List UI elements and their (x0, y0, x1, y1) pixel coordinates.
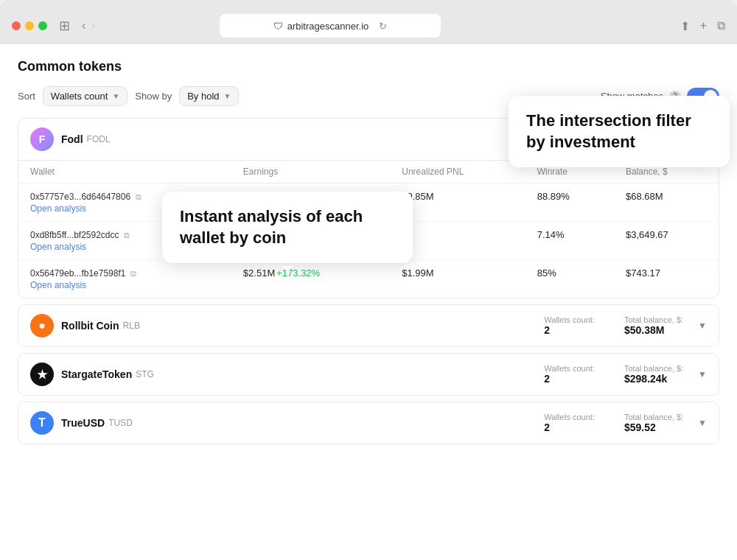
tooltip-intersection-filter: The intersection filter by investment (509, 96, 730, 167)
stargate-balance-value: $298.24k (624, 373, 667, 385)
sort-option-label: Wallets count (51, 91, 108, 102)
new-tab-icon[interactable]: + (700, 19, 707, 33)
rollbit-balance-label: Total balance, $: (624, 315, 683, 324)
rollbit-icon: ● (30, 314, 54, 337)
trueusd-stats: Wallets count: 2 Total balance, $: $59.5… (544, 413, 683, 433)
stargate-wallets-count-label: Wallets count: (544, 364, 595, 373)
rollbit-chevron-down-icon: ▼ (698, 321, 707, 331)
winrate-1: 88.89% (525, 183, 614, 222)
traffic-lights (12, 21, 47, 30)
col-earnings: Earnings (231, 161, 390, 183)
token-header-stargate[interactable]: ★ StargateToken STG Wallets count: 2 Tot… (18, 354, 719, 395)
minimize-button[interactable] (25, 21, 34, 30)
browser-action-icons: ⬆ + ⧉ (680, 19, 725, 33)
stargate-ticker: STG (136, 369, 154, 379)
maximize-button[interactable] (38, 21, 47, 30)
stargate-stats: Wallets count: 2 Total balance, $: $298.… (544, 364, 683, 385)
rollbit-wallets-count-block: Wallets count: 2 (544, 315, 595, 336)
earnings-cell-3: $2.51M +173.32% (243, 267, 378, 279)
stargate-wallets-count-block: Wallets count: 2 (544, 364, 595, 385)
trueusd-balance-block: Total balance, $: $59.52 (624, 413, 683, 433)
forward-icon[interactable]: › (91, 19, 95, 32)
wallet-address-1: 0x57757e3...6d64647806 (30, 192, 130, 202)
col-wallet: Wallet (18, 161, 231, 183)
browser-nav-controls: ‹ › (82, 19, 96, 32)
rollbit-name: Rollbit Coin (61, 320, 119, 332)
trueusd-name: TrueUSD (61, 417, 105, 429)
trueusd-ticker: TUSD (108, 418, 133, 428)
show-by-option-label: By hold (187, 91, 219, 102)
shield-icon: 🛡 (273, 21, 283, 32)
show-by-dropdown[interactable]: By hold ▼ (179, 86, 239, 106)
earnings-value-3: $2.51M (243, 267, 275, 279)
token-header-trueusd[interactable]: T TrueUSD TUSD Wallets count: 2 Total ba… (18, 402, 719, 444)
tooltip-instant-text: Instant analysis of each wallet by coin (180, 207, 363, 247)
sidebar-toggle-icon[interactable]: ⊞ (59, 18, 70, 34)
tabs-icon[interactable]: ⧉ (717, 19, 725, 33)
browser-chrome: ⊞ ‹ › 🛡 arbitragescanner.io ↻ ⬆ + ⧉ (0, 0, 737, 44)
stargate-name: StargateToken (61, 368, 132, 380)
fodl-ticker: FODL (87, 134, 111, 144)
stargate-balance-label: Total balance, $: (624, 364, 683, 373)
rollbit-wallets-count-label: Wallets count: (544, 315, 595, 324)
trueusd-wallets-count-block: Wallets count: 2 (544, 413, 595, 433)
close-button[interactable] (12, 21, 21, 30)
copy-icon-1[interactable]: ⧉ (136, 192, 142, 201)
balance-2: $3,649.67 (614, 222, 719, 260)
sort-dropdown[interactable]: Wallets count ▼ (43, 86, 128, 106)
trueusd-chevron-down-icon: ▼ (698, 418, 707, 428)
table-row: 0x56479eb...fb1e7598f1 ⧉ Open analysis $… (18, 260, 719, 298)
stargate-wallets-count-value: 2 (544, 373, 550, 385)
wallet-address-2: 0xd8fb5ff...bf2592cdcc (30, 230, 119, 240)
sort-chevron-down-icon: ▼ (112, 92, 119, 100)
trueusd-balance-value: $59.52 (624, 421, 656, 433)
balance-3: $743.17 (614, 260, 719, 298)
trueusd-wallets-count-value: 2 (544, 421, 550, 433)
stargate-balance-block: Total balance, $: $298.24k (624, 364, 683, 385)
tooltip-instant-analysis: Instant analysis of each wallet by coin (162, 192, 413, 263)
rollbit-ticker: RLB (123, 321, 140, 331)
trueusd-wallets-count-label: Wallets count: (544, 413, 595, 421)
balance-1: $68.68M (614, 183, 719, 222)
open-analysis-link-3[interactable]: Open analysis (30, 280, 220, 290)
rollbit-stats: Wallets count: 2 Total balance, $: $50.3… (544, 315, 683, 336)
trueusd-balance-label: Total balance, $: (624, 413, 683, 421)
col-unrealized-pnl: Unrealized PNL (390, 161, 525, 183)
token-row-stargate: ★ StargateToken STG Wallets count: 2 Tot… (18, 353, 719, 396)
show-by-label: Show by (135, 91, 172, 102)
token-row-trueusd: T TrueUSD TUSD Wallets count: 2 Total ba… (18, 402, 719, 444)
sort-label: Sort (18, 91, 35, 102)
copy-icon-2[interactable]: ⧉ (124, 231, 130, 239)
back-icon[interactable]: ‹ (82, 19, 85, 32)
share-icon[interactable]: ⬆ (680, 19, 690, 33)
rollbit-balance-value: $50.38M (624, 324, 664, 336)
token-row-rollbit: ● Rollbit Coin RLB Wallets count: 2 Tota… (18, 304, 719, 347)
url-text: arbitragescanner.io (287, 21, 369, 32)
rollbit-wallets-count-value: 2 (544, 324, 550, 336)
page-title: Common tokens (18, 59, 719, 74)
page-content: Common tokens Sort Wallets count ▼ Show … (0, 44, 737, 560)
fodl-icon: F (30, 127, 54, 151)
winrate-2: 7.14% (525, 222, 614, 260)
wallet-address-3: 0x56479eb...fb1e7598f1 (30, 268, 125, 279)
winrate-3: 85% (525, 260, 614, 298)
rollbit-balance-block: Total balance, $: $50.38M (624, 315, 683, 336)
tooltip-intersection-text: The intersection filter by investment (526, 111, 691, 151)
unrealized-pnl-3: $1.99M (390, 260, 525, 298)
reload-icon[interactable]: ↻ (379, 21, 387, 32)
address-bar[interactable]: 🛡 arbitragescanner.io ↻ (220, 14, 441, 38)
trueusd-icon: T (30, 411, 54, 435)
stargate-chevron-down-icon: ▼ (698, 369, 707, 379)
copy-icon-3[interactable]: ⧉ (130, 269, 136, 278)
token-header-rollbit[interactable]: ● Rollbit Coin RLB Wallets count: 2 Tota… (18, 305, 719, 346)
show-by-chevron-down-icon: ▼ (224, 92, 231, 100)
fodl-name: Fodl (61, 133, 83, 145)
stargate-icon: ★ (30, 363, 54, 386)
